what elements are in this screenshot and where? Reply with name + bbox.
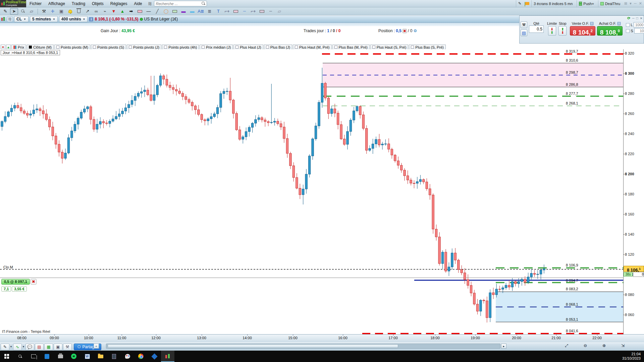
- checkbox-icon[interactable]: [202, 46, 205, 49]
- rect-green-icon[interactable]: [171, 8, 179, 15]
- checkbox-icon[interactable]: [235, 46, 238, 49]
- edit-workspace-icon[interactable]: ✎: [516, 0, 523, 7]
- checkbox-icon[interactable]: [129, 46, 132, 49]
- taskbar-task-view-icon[interactable]: [27, 351, 40, 362]
- checkbox-icon[interactable]: [93, 46, 96, 49]
- menu-fichier[interactable]: Fichier: [26, 0, 45, 7]
- pattern2-icon[interactable]: [232, 8, 240, 15]
- stop-checkbox[interactable]: [626, 29, 630, 33]
- zoom-fit-icon[interactable]: ⤢: [562, 343, 571, 349]
- chart-style-icon-caret[interactable]: ▼: [22, 345, 25, 348]
- menu-objets[interactable]: Objets: [89, 0, 107, 7]
- limit-order-button[interactable]: ⬇⬆: [548, 26, 556, 36]
- axis-settings-icon[interactable]: ⇲: [619, 343, 627, 349]
- pattern1-icon[interactable]: ⌐+: [223, 8, 231, 15]
- draw-mode-icon[interactable]: ✎: [1, 344, 9, 350]
- buy-info-icon[interactable]: i: [617, 22, 621, 25]
- taskbar-clock[interactable]: 21:0431/10/2023: [622, 352, 644, 361]
- tab-plus-bas-m-pr-[interactable]: Plus Bas (M, Pré): [332, 45, 370, 50]
- text-annot-icon[interactable]: A≣: [197, 8, 205, 15]
- chart-area[interactable]: Clo M 0,5 @ 8 097,1 ✖ 7,1 3,55 € IT-Fina…: [0, 49, 623, 334]
- taskbar-paint-icon[interactable]: [121, 351, 134, 362]
- workspace-selector[interactable]: 3 écrans 8 indices 5 mn: [531, 0, 575, 7]
- alert-bell-icon[interactable]: [66, 8, 74, 15]
- indicator-up-button[interactable]: ▲: [6, 45, 11, 50]
- dotted-level2-icon[interactable]: ┄: [267, 8, 275, 15]
- arrow-down-icon[interactable]: ▼: [110, 8, 118, 15]
- pattern4-icon[interactable]: [258, 8, 266, 15]
- flag-icon[interactable]: [525, 2, 529, 5]
- tab-plus-bas-j-[interactable]: Plus Bas (J): [264, 45, 292, 50]
- tab-points-pivots-m-[interactable]: Points pivots (M): [54, 45, 90, 50]
- taskbar-file-explorer-icon[interactable]: [94, 351, 107, 362]
- tab-plus-haut-m-pr-[interactable]: Plus Haut (M, Pré): [293, 45, 331, 50]
- trash-icon[interactable]: [75, 8, 83, 15]
- taskbar-dev-app-icon[interactable]: [148, 351, 161, 362]
- tab-plus-haut-j-[interactable]: Plus Haut (J): [233, 45, 263, 50]
- scroll-forward-button[interactable]: ▸: [501, 344, 506, 349]
- checkbox-icon[interactable]: [56, 46, 59, 49]
- position-badge-value[interactable]: 0,5 @ 8 097,1: [1, 279, 30, 285]
- pattern3-icon[interactable]: ⌐+: [249, 8, 257, 15]
- channel-pink-icon[interactable]: [136, 8, 144, 15]
- taskbar-mail-app-icon[interactable]: [40, 351, 54, 362]
- arrow-up-icon[interactable]: ▲: [118, 8, 126, 15]
- qty-input[interactable]: [529, 25, 544, 33]
- checkbox-icon[interactable]: [164, 46, 167, 49]
- search-icon[interactable]: [202, 2, 205, 5]
- copy-icon[interactable]: ▣: [57, 8, 65, 15]
- draw-pencil-icon[interactable]: ✎: [1, 8, 9, 15]
- taskbar-spotify-icon[interactable]: ≋: [67, 351, 80, 362]
- sync-icon[interactable]: ⟳: [627, 16, 630, 20]
- tab-cl-ture-m-[interactable]: Clôture (M): [27, 45, 54, 50]
- buy-button[interactable]: 8 108,0: [597, 26, 623, 36]
- menu-affichage[interactable]: Affichage: [45, 0, 68, 7]
- keyboard-icon[interactable]: ▤: [521, 29, 527, 36]
- tab-prix[interactable]: Prix: [11, 45, 26, 50]
- link-anchor-icon[interactable]: ⛓: [7, 16, 13, 22]
- hline-icon[interactable]: —: [145, 8, 153, 15]
- panel-close-button[interactable]: ✕: [640, 16, 643, 20]
- zoom-in-icon[interactable]: ⊕: [600, 343, 608, 349]
- taskbar-word-icon[interactable]: W: [80, 351, 94, 362]
- order-settings-icon[interactable]: ⚒: [521, 21, 527, 28]
- push-toggle[interactable]: Push+: [577, 0, 596, 7]
- report-icon[interactable]: ▤: [35, 344, 44, 350]
- taskbar-search-icon[interactable]: [13, 351, 27, 362]
- chart-type-icon[interactable]: [1, 17, 6, 21]
- checkbox-icon[interactable]: [266, 46, 269, 49]
- tab-prix-m-dian-j-[interactable]: Prix médian (J): [200, 45, 233, 50]
- search-input[interactable]: [154, 1, 207, 6]
- checkbox-icon[interactable]: [295, 46, 298, 49]
- arrow-right-icon[interactable]: ➡: [127, 8, 135, 15]
- timeframe-dropdown[interactable]: 5 minutes▼: [30, 16, 58, 22]
- limit-checkbox[interactable]: [626, 23, 630, 27]
- thick-line-blue-icon[interactable]: ▬: [188, 8, 196, 15]
- trend-arrow-icon[interactable]: ↗: [84, 8, 92, 15]
- tab-plus-haut-s-pr-[interactable]: Plus Haut (S, Pré): [370, 45, 409, 50]
- panel-minimize-button[interactable]: ─: [632, 16, 634, 20]
- limit-pts-input[interactable]: 1000: [634, 22, 644, 27]
- menu-trading[interactable]: Trading: [68, 0, 89, 7]
- tab-points-pivots-j-[interactable]: Points pivots (J): [127, 45, 161, 50]
- price-axis[interactable]: 8 106,1 38s 8 106,1 8 3208 3008 2808 260…: [623, 49, 644, 334]
- draw-mode-icon-caret[interactable]: ▼: [10, 345, 12, 348]
- taskbar-chrome-icon[interactable]: [134, 351, 148, 362]
- tab-points-pivots-4h-[interactable]: Points pivots (4h): [162, 45, 199, 50]
- checkbox-icon[interactable]: [372, 46, 375, 49]
- text-box-icon[interactable]: T: [214, 8, 222, 15]
- diag-line-icon[interactable]: ╱: [153, 8, 161, 15]
- dealthru-toggle[interactable]: DealThru: [598, 0, 622, 7]
- info-icon[interactable]: i: [89, 17, 93, 21]
- zoom-out-icon[interactable]: ⊖: [581, 343, 590, 349]
- menu-aide[interactable]: Aide: [130, 0, 145, 7]
- settings-tools-icon[interactable]: ⚒: [40, 8, 48, 15]
- link-objects-icon[interactable]: ∞: [92, 8, 100, 15]
- zoom-tool-icon[interactable]: [19, 8, 27, 15]
- horizontal-scrollbar[interactable]: [106, 344, 500, 349]
- orderbook-icon[interactable]: ▦: [44, 344, 53, 350]
- chart-settings-icon[interactable]: ⚒: [63, 344, 72, 350]
- chart-style-icon[interactable]: ∿: [13, 344, 22, 350]
- panel-maximize-button[interactable]: □: [636, 16, 638, 20]
- menu-réglages[interactable]: Réglages: [107, 0, 131, 7]
